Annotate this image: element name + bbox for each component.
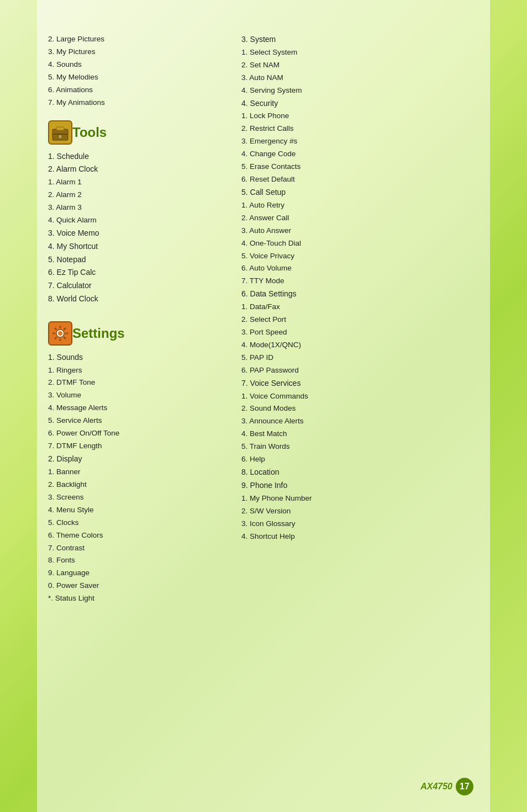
list-item: 1. Select System [241,46,479,59]
list-item: 3. System [241,33,479,46]
list-item: 4. Change Code [241,148,479,161]
list-item: 9. Language [48,567,219,580]
list-item: 6. Ez Tip Calc [48,266,219,279]
tools-list: 1. Schedule 2. Alarm Clock 1. Alarm 1 2.… [48,150,219,306]
svg-point-5 [58,331,62,336]
page-number-area: AX4750 17 [420,778,473,795]
page-number: 17 [456,778,473,795]
list-item: 7. Voice Services [241,377,479,390]
list-item: 6. PAP Password [241,364,479,377]
svg-line-12 [64,328,66,330]
svg-rect-1 [56,127,64,130]
list-item: 2. Alarm Clock [48,163,219,176]
page-container: 2. Large Pictures 3. My Pictures 4. Soun… [37,0,490,812]
tools-section-header: 8 Tools [48,120,219,145]
list-item: 5. Clocks [48,517,219,529]
list-item: 1. Alarm 1 [48,176,219,189]
list-item: 2. DTMF Tone [48,376,219,389]
list-item: 7. Calculator [48,279,219,293]
list-item: 8. Fonts [48,554,219,567]
list-item: 4. Sounds [48,59,219,71]
list-item: 5. Train Words [241,441,479,453]
list-item: 4. My Shortcut [48,240,219,253]
list-item: 4. Message Alerts [48,402,219,415]
list-item: 6. Theme Colors [48,529,219,542]
list-item: 5. Voice Privacy [241,250,479,263]
list-item: 2. Sound Modes [241,402,479,415]
list-item: 2. Backlight [48,479,219,491]
list-item: 3. Icon Glossary [241,518,479,530]
list-item: 6. Reset Default [241,173,479,186]
list-item: 4. Best Match [241,428,479,441]
list-item: 6. Auto Volume [241,262,479,275]
list-item: 5. PAP ID [241,352,479,364]
list-item: 7. TTY Mode [241,275,479,288]
list-item: 6. Animations [48,84,219,97]
list-item: 1. Lock Phone [241,110,479,123]
list-item: 2. Answer Call [241,212,479,225]
settings-list: 1. Sounds 1. Ringers 2. DTMF Tone 3. Vol… [48,351,219,605]
tools-icon: 8 [48,120,72,145]
list-item: 2. Select Port [241,314,479,326]
list-item: 4. One-Touch Dial [241,237,479,250]
right-column: 3. System 1. Select System 2. Set NAM 3.… [241,33,479,605]
list-item: 3. Emergency #s [241,135,479,148]
list-item: 6. Data Settings [241,288,479,301]
top-list: 2. Large Pictures 3. My Pictures 4. Soun… [48,33,219,109]
right-list: 3. System 1. Select System 2. Set NAM 3.… [241,33,479,543]
list-item: 3. Announce Alerts [241,415,479,428]
settings-section-header: Settings [48,321,219,346]
list-item: 5. Service Alerts [48,415,219,427]
model-label: AX4750 [420,782,452,792]
list-item: 4. Shortcut Help [241,530,479,543]
list-item: *. Status Light [48,592,219,605]
list-item: 1. Data/Fax [241,301,479,314]
list-item: 5. Notepad [48,253,219,267]
list-item: 1. Ringers [48,364,219,377]
list-item: 4. Mode(1X/QNC) [241,339,479,352]
list-item: 3. Auto NAM [241,72,479,84]
list-item: 8. World Clock [48,293,219,306]
left-column: 2. Large Pictures 3. My Pictures 4. Soun… [48,33,219,605]
list-item: 3. Port Speed [241,326,479,339]
list-item: 1. My Phone Number [241,492,479,505]
list-item: 2. Display [48,453,219,466]
list-item: 7. My Animations [48,97,219,109]
list-item: 2. S/W Version [241,505,479,518]
list-item: 7. DTMF Length [48,440,219,453]
list-item: 3. Voice Memo [48,227,219,240]
list-item: 2. Large Pictures [48,33,219,46]
list-item: 5. Erase Contacts [241,161,479,173]
content-area: 2. Large Pictures 3. My Pictures 4. Soun… [48,22,479,605]
list-item: 6. Power On/Off Tone [48,427,219,440]
svg-text:8: 8 [59,134,62,139]
settings-icon [48,321,72,346]
list-item: 1. Auto Retry [241,199,479,212]
list-item: 2. Alarm 2 [48,189,219,201]
list-item: 3. Screens [48,491,219,504]
list-item: 1. Banner [48,466,219,479]
list-item: 6. Help [241,453,479,466]
svg-line-13 [55,337,57,339]
svg-line-10 [55,328,57,330]
list-item: 1. Sounds [48,351,219,364]
list-item: 3. Volume [48,389,219,402]
list-item: 2. Set NAM [241,59,479,72]
list-item: 4. Security [241,97,479,110]
list-item: 3. Alarm 3 [48,201,219,214]
list-item: 4. Quick Alarm [48,214,219,227]
list-item: 3. Auto Answer [241,225,479,237]
list-item: 7. Contrast [48,542,219,555]
list-item: 4. Menu Style [48,504,219,517]
list-item: 0. Power Saver [48,580,219,592]
list-item: 5. My Melodies [48,71,219,84]
list-item: 8. Location [241,466,479,479]
list-item: 4. Serving System [241,84,479,97]
list-item: 1. Schedule [48,150,219,163]
list-item: 1. Voice Commands [241,390,479,403]
tools-title: Tools [72,125,107,140]
svg-line-11 [64,337,66,339]
list-item: 3. My Pictures [48,46,219,59]
list-item: 9. Phone Info [241,479,479,492]
list-item: 2. Restrict Calls [241,123,479,135]
